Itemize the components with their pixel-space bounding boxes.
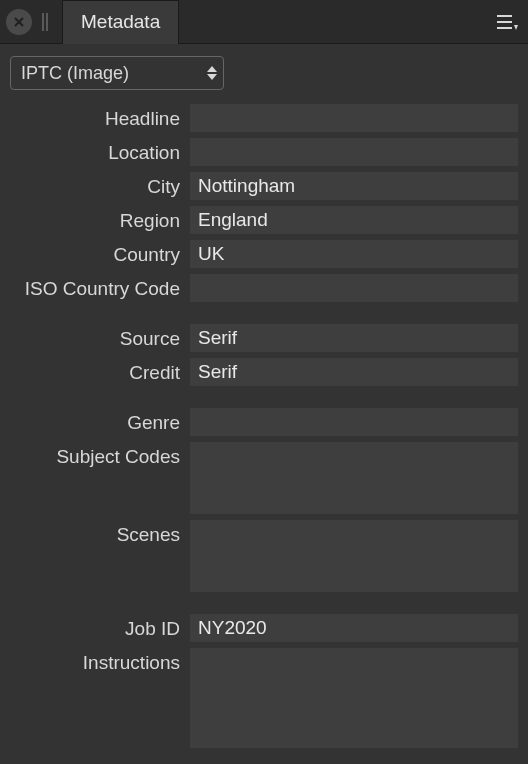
label-source: Source bbox=[10, 324, 190, 350]
label-subject-codes: Subject Codes bbox=[10, 442, 190, 468]
row-country: Country bbox=[10, 240, 518, 268]
label-credit: Credit bbox=[10, 358, 190, 384]
row-region: Region bbox=[10, 206, 518, 234]
label-iso-country-code: ISO Country Code bbox=[10, 274, 190, 300]
label-region: Region bbox=[10, 206, 190, 232]
label-job-id: Job ID bbox=[10, 614, 190, 640]
row-city: City bbox=[10, 172, 518, 200]
label-country: Country bbox=[10, 240, 190, 266]
label-instructions: Instructions bbox=[10, 648, 190, 674]
label-scenes: Scenes bbox=[10, 520, 190, 546]
panel-menu-button[interactable] bbox=[492, 0, 522, 44]
row-location: Location bbox=[10, 138, 518, 166]
label-location: Location bbox=[10, 138, 190, 164]
credit-input[interactable] bbox=[190, 358, 518, 386]
row-scenes: Scenes bbox=[10, 520, 518, 592]
location-input[interactable] bbox=[190, 138, 518, 166]
dropdown-selected-label: IPTC (Image) bbox=[21, 63, 129, 84]
metadata-toolbar: IPTC (Image) bbox=[0, 44, 528, 98]
row-genre: Genre bbox=[10, 408, 518, 436]
instructions-input[interactable] bbox=[190, 648, 518, 748]
row-job-id: Job ID bbox=[10, 614, 518, 642]
subject-codes-input[interactable] bbox=[190, 442, 518, 514]
metadata-schema-dropdown[interactable]: IPTC (Image) bbox=[10, 56, 224, 90]
svg-marker-5 bbox=[514, 25, 518, 30]
region-input[interactable] bbox=[190, 206, 518, 234]
metadata-form: Headline Location City Region Country IS… bbox=[0, 98, 528, 758]
headline-input[interactable] bbox=[190, 104, 518, 132]
svg-marker-7 bbox=[207, 74, 217, 80]
menu-icon bbox=[496, 13, 518, 31]
row-headline: Headline bbox=[10, 104, 518, 132]
row-instructions: Instructions bbox=[10, 648, 518, 748]
drag-handle-icon[interactable] bbox=[42, 13, 48, 31]
stepper-arrows-icon bbox=[207, 66, 217, 80]
row-iso-country-code: ISO Country Code bbox=[10, 274, 518, 302]
row-source: Source bbox=[10, 324, 518, 352]
tab-metadata[interactable]: Metadata bbox=[62, 0, 179, 44]
tab-label: Metadata bbox=[81, 11, 160, 33]
row-credit: Credit bbox=[10, 358, 518, 386]
scenes-input[interactable] bbox=[190, 520, 518, 592]
label-headline: Headline bbox=[10, 104, 190, 130]
label-genre: Genre bbox=[10, 408, 190, 434]
city-input[interactable] bbox=[190, 172, 518, 200]
label-city: City bbox=[10, 172, 190, 198]
close-icon bbox=[13, 16, 25, 28]
panel-titlebar: Metadata bbox=[0, 0, 528, 44]
iso-country-code-input[interactable] bbox=[190, 274, 518, 302]
genre-input[interactable] bbox=[190, 408, 518, 436]
country-input[interactable] bbox=[190, 240, 518, 268]
row-subject-codes: Subject Codes bbox=[10, 442, 518, 514]
close-panel-button[interactable] bbox=[6, 9, 32, 35]
svg-marker-6 bbox=[207, 66, 217, 72]
job-id-input[interactable] bbox=[190, 614, 518, 642]
source-input[interactable] bbox=[190, 324, 518, 352]
